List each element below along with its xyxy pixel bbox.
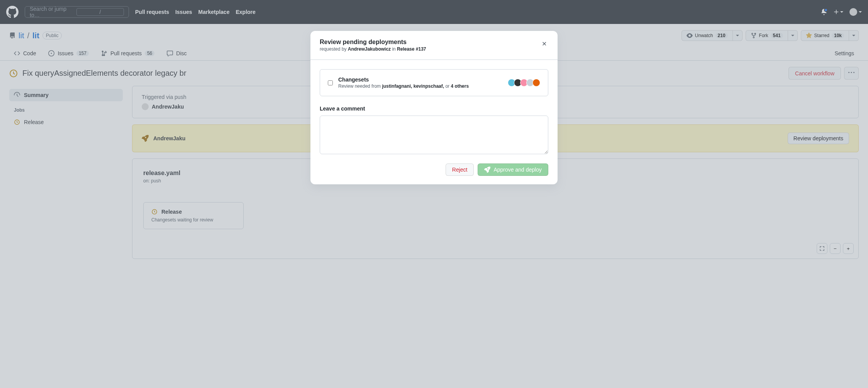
environment-name: Changesets [338, 77, 504, 83]
modal-overlay[interactable]: Review pending deployments requested by … [0, 0, 868, 268]
comment-label: Leave a comment [320, 106, 548, 112]
environment-checkbox[interactable] [328, 80, 333, 85]
approve-button[interactable]: Approve and deploy [478, 163, 548, 176]
close-icon: ✕ [542, 40, 547, 48]
reject-button[interactable]: Reject [446, 163, 474, 176]
rocket-icon [484, 167, 490, 173]
approve-label: Approve and deploy [493, 167, 542, 173]
avatar-icon [532, 79, 540, 87]
environment-item: Changesets Review needed from justinfagn… [320, 69, 548, 96]
comment-textarea[interactable] [320, 116, 548, 154]
close-button[interactable]: ✕ [540, 39, 548, 49]
environment-reviewers: Review needed from justinfagnani, kevinp… [338, 83, 504, 89]
reviewer-avatars [509, 79, 540, 87]
modal-subtitle: requested by AndrewJakubowicz in Release… [320, 46, 426, 52]
modal-title: Review pending deployments [320, 39, 426, 46]
review-modal: Review pending deployments requested by … [310, 31, 558, 184]
